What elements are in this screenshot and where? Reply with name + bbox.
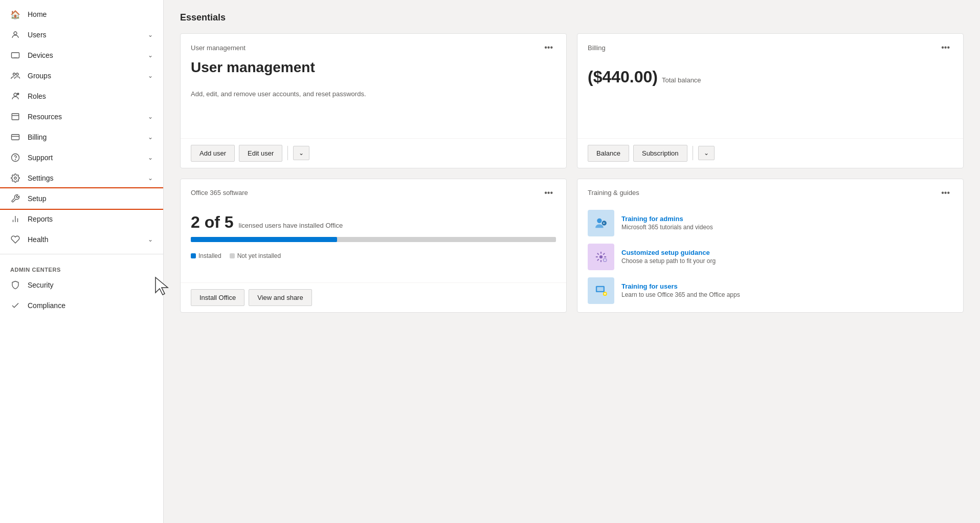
progress-bar-background	[191, 237, 556, 242]
card-header-title: Training & guides	[588, 189, 639, 197]
not-installed-label: Not yet installed	[237, 252, 281, 259]
office365-card: Office 365 software ••• 2 of 5 licensed …	[180, 179, 567, 313]
groups-icon	[10, 71, 20, 81]
chevron-down-icon: ⌄	[148, 154, 153, 161]
sidebar-item-home[interactable]: 🏠 Home	[0, 4, 163, 25]
card-header-title: Office 365 software	[191, 189, 248, 197]
billing-amount: ($440.00)	[588, 68, 658, 86]
sidebar-item-label: Setup	[28, 194, 153, 203]
sidebar-item-support[interactable]: Support ⌄	[0, 147, 163, 168]
sidebar-divider	[0, 254, 163, 254]
sidebar-item-label: Groups	[28, 72, 148, 80]
card-header-title: Billing	[588, 44, 606, 52]
card-footer: Install Office View and share	[181, 282, 566, 312]
subscription-button[interactable]: Subscription	[633, 145, 687, 162]
training-admins-icon	[588, 210, 614, 236]
svg-point-5	[14, 93, 17, 96]
card-header: User management •••	[181, 34, 566, 59]
card-description: Add, edit, and remove user accounts, and…	[191, 89, 556, 99]
edit-user-button[interactable]: Edit user	[239, 145, 282, 162]
devices-icon	[10, 50, 20, 60]
resources-icon	[10, 112, 20, 122]
legend-installed: Installed	[191, 252, 221, 259]
user-management-card: User management ••• User management Add,…	[180, 33, 567, 168]
view-and-share-button[interactable]: View and share	[249, 289, 311, 306]
balance-button[interactable]: Balance	[588, 145, 629, 162]
sidebar-item-label: Users	[28, 31, 148, 39]
list-item[interactable]: Training for admins Microsoft 365 tutori…	[588, 210, 953, 236]
footer-divider	[287, 146, 288, 160]
installed-dot	[191, 253, 196, 258]
settings-icon	[10, 173, 20, 183]
training-card: Training & guides ••• Traini	[577, 179, 964, 313]
sidebar-item-security[interactable]: Security	[0, 275, 163, 295]
sidebar-item-reports[interactable]: Reports	[0, 209, 163, 229]
sidebar: 🏠 Home Users ⌄ Devices ⌄ Groups ⌄ Roles …	[0, 0, 164, 523]
chevron-down-icon: ⌄	[148, 175, 153, 182]
sidebar-item-setup[interactable]: Setup	[0, 188, 163, 209]
support-icon	[10, 152, 20, 163]
reports-icon	[10, 214, 20, 224]
sidebar-item-resources[interactable]: Resources ⌄	[0, 106, 163, 127]
svg-point-13	[14, 177, 17, 180]
training-setup-text: Customized setup guidance Choose a setup…	[621, 249, 716, 265]
setup-icon	[10, 193, 20, 204]
svg-rect-9	[12, 135, 19, 140]
card-menu-button[interactable]: •••	[938, 187, 953, 199]
sidebar-item-label: Devices	[28, 51, 148, 59]
sidebar-item-label: Support	[28, 154, 148, 162]
more-actions-chevron[interactable]: ⌄	[698, 146, 715, 160]
training-setup-icon	[588, 244, 614, 270]
svg-point-3	[13, 73, 16, 76]
sidebar-item-users[interactable]: Users ⌄	[0, 25, 163, 45]
chevron-down-icon: ⌄	[148, 134, 153, 141]
sidebar-item-label: Billing	[28, 133, 148, 141]
more-actions-chevron[interactable]: ⌄	[293, 146, 309, 160]
sidebar-item-compliance[interactable]: Compliance	[0, 295, 163, 316]
office-stat-row: 2 of 5 licensed users have installed Off…	[181, 205, 566, 237]
card-menu-button[interactable]: •••	[938, 42, 953, 53]
cards-grid: User management ••• User management Add,…	[180, 33, 964, 313]
card-header: Billing •••	[577, 34, 963, 59]
training-title: Training for users	[621, 282, 740, 290]
training-subtitle: Microsoft 365 tutorials and videos	[621, 224, 713, 231]
installed-label: Installed	[198, 252, 221, 259]
users-icon	[10, 30, 20, 40]
security-icon	[10, 280, 20, 290]
sidebar-item-health[interactable]: Health ⌄	[0, 229, 163, 250]
billing-card: Billing ••• ($440.00) Total balance Bala…	[577, 33, 964, 168]
install-office-button[interactable]: Install Office	[191, 289, 244, 306]
sidebar-item-label: Security	[28, 281, 153, 289]
sidebar-item-settings[interactable]: Settings ⌄	[0, 168, 163, 188]
svg-point-20	[599, 255, 603, 258]
card-footer: Add user Edit user ⌄	[181, 138, 566, 168]
training-subtitle: Choose a setup path to fit your org	[621, 257, 716, 265]
svg-point-0	[14, 32, 17, 35]
list-item[interactable]: Training for users Learn to use Office 3…	[588, 277, 953, 304]
svg-point-6	[17, 93, 19, 95]
training-items: Training for admins Microsoft 365 tutori…	[577, 205, 963, 312]
sidebar-item-roles[interactable]: Roles	[0, 86, 163, 106]
health-icon	[10, 234, 20, 245]
list-item[interactable]: Customized setup guidance Choose a setup…	[588, 244, 953, 270]
roles-icon	[10, 91, 20, 101]
sidebar-item-label: Settings	[28, 174, 148, 182]
main-content: Essentials User management ••• User mana…	[164, 0, 980, 523]
sidebar-item-label: Home	[28, 10, 153, 18]
training-title: Customized setup guidance	[621, 249, 716, 256]
svg-point-17	[597, 218, 602, 223]
sidebar-item-groups[interactable]: Groups ⌄	[0, 66, 163, 86]
chevron-down-icon: ⌄	[148, 72, 153, 79]
card-header: Training & guides •••	[577, 179, 963, 205]
chevron-down-icon: ⌄	[148, 52, 153, 59]
svg-rect-1	[12, 53, 19, 58]
progress-bar-container	[181, 237, 566, 249]
chevron-down-icon: ⌄	[148, 236, 153, 243]
card-header-title: User management	[191, 44, 246, 52]
card-menu-button[interactable]: •••	[541, 187, 556, 199]
chevron-down-icon: ⌄	[148, 31, 153, 38]
add-user-button[interactable]: Add user	[191, 145, 235, 162]
sidebar-item-devices[interactable]: Devices ⌄	[0, 45, 163, 66]
card-menu-button[interactable]: •••	[541, 42, 556, 53]
sidebar-item-billing[interactable]: Billing ⌄	[0, 127, 163, 147]
